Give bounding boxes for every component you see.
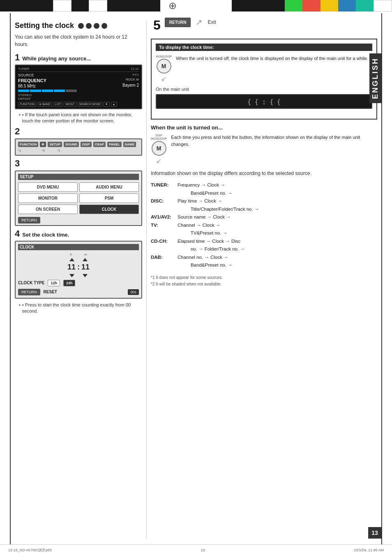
setup-dvd-menu[interactable]: DVD MENU (18, 182, 78, 192)
when-off-btn-area: MODE/DISP M ↙ (156, 55, 172, 83)
clock-00s-btn[interactable]: 00s (128, 289, 139, 295)
bar-seg-r5 (302, 0, 320, 12)
step5-header: 5 RETURN ↗ Exit (151, 17, 377, 33)
h-label: h (70, 253, 71, 256)
clock-reset-label: RESET (44, 290, 57, 294)
source-row-cdch: CD-CH: Elapsed time → Clock → Disc no. →… (151, 237, 377, 253)
step2-menu-bar: FUNCTION ⊕ SETUP SOUND DISP CRAP PANEL N… (18, 142, 139, 147)
step5-return-btn[interactable]: RETURN (165, 18, 191, 27)
setup-audio-menu[interactable]: AUDIO MENU (79, 182, 139, 192)
menu-name: NAME (123, 142, 136, 147)
clock-down-arrows (18, 274, 139, 277)
clock-bottom-row: CLOCK TYPE 12h 24h (18, 280, 139, 286)
clock-separator: : (77, 263, 80, 272)
footnotes: *1 It does not appear for some sources. … (151, 274, 377, 288)
clock-return-btn[interactable]: RETURN (18, 289, 40, 295)
bar-seg-9 (143, 0, 160, 12)
clock-type-label: CLOCK TYPE (18, 281, 44, 285)
bar-seg-r6 (321, 0, 338, 12)
page-number-box: 13 (368, 527, 381, 539)
setup-clock[interactable]: CLOCK (79, 205, 139, 214)
source-cdch-name: CD-CH: (151, 237, 178, 246)
tuner-btn-function: FUNCTION (18, 102, 36, 107)
source-tuner-detail: Frequency → Clock → Band&Preset no. → (178, 181, 377, 197)
dot-4 (101, 23, 107, 29)
bar-seg-4 (53, 0, 71, 12)
tuner-station: Bayern 2 (122, 83, 139, 88)
bar-seg-6 (89, 0, 107, 12)
disp-label: DISP (155, 134, 162, 137)
when-on-description: Each time you press and hold the button,… (171, 134, 377, 147)
main-content: Setting the clock You can also set the c… (11, 13, 381, 547)
when-off-text: When the unit is turned off, the clock t… (176, 56, 368, 61)
main-unit-display: { { : { { (156, 94, 372, 109)
step4-number: 4 (15, 229, 20, 238)
dot-1 (78, 23, 84, 29)
menu-crap: CRAP (93, 142, 106, 147)
m-label: m (84, 253, 87, 256)
source-cdch-detail: Elapsed time → Clock → Disc no. → Folder… (178, 237, 377, 253)
setup-on-screen[interactable]: ON SCREEN (18, 205, 78, 214)
clock-note-text: • Press to start the clock time counting… (22, 302, 142, 315)
hour-down-arrow-icon (69, 274, 74, 277)
minute-up-btn[interactable] (83, 258, 88, 261)
anno-star2: *2 (42, 149, 45, 152)
mode-button-off[interactable]: M (157, 59, 171, 74)
display-clock-box: To display the clock time: MODE/DISP M ↙… (151, 39, 377, 120)
clock-minute: 11 (81, 263, 90, 272)
clock-hm-labels: h m (18, 253, 139, 256)
dot-2 (86, 23, 92, 29)
unit-display-chars: { { : { { (247, 97, 281, 106)
left-column: Setting the clock You can also set the c… (15, 21, 142, 539)
menu-sound: SOUND (64, 142, 79, 147)
step4-label: 4 Set the clock time. (15, 229, 142, 238)
setup-return-btn[interactable]: RETURN (18, 217, 40, 223)
bottom-left: 12-15_KD-AV7001[E]f.p65 (8, 548, 52, 552)
step2-annotations: *1 *2 *1 (18, 149, 139, 152)
tuner-pty-value: ROCK M (126, 78, 139, 81)
clock-note: • Press to start the clock time counting… (19, 302, 142, 315)
step5-exit-label: Exit (208, 19, 216, 25)
source-row-tv: TV: Channel → Clock → TV&Preset no. → (151, 221, 377, 237)
clock-24h-btn[interactable]: 24h (63, 280, 76, 286)
source-list: TUNER: Frequency → Clock → Band&Preset n… (151, 181, 377, 269)
source-tuner-name: TUNER: (151, 181, 178, 189)
source-av-name: AV1/AV2: (151, 213, 178, 221)
clock-reset-row: RETURN RESET 00s (18, 289, 139, 295)
setup-psm[interactable]: PSM (79, 193, 139, 203)
tuner-screen-top: TUNER 11:11 (18, 67, 139, 72)
bottom-bar: 12-15_KD-AV7001[E]f.p65 13 10/1/04, 11:4… (0, 544, 392, 555)
step3-label: 3 (15, 159, 142, 168)
step2-label: 2 (15, 127, 142, 136)
tuner-freq-value: 88.5 MHz (18, 84, 77, 88)
setup-monitor[interactable]: MONITOR (18, 193, 78, 203)
mode-disp-label: MODE/DISP (156, 55, 172, 58)
bar-2 (30, 90, 41, 92)
top-bar-right (232, 0, 392, 12)
clock-12h-btn[interactable]: 12h (48, 280, 60, 286)
minute-down-btn[interactable] (83, 274, 88, 277)
tuner-pty-label: PTY (132, 73, 139, 77)
clock-title: CLOCK (18, 244, 139, 250)
clock-time-display: 11 : 11 (18, 263, 139, 272)
tuner-screen-mockup: TUNER 11:11 SOURCE FREQUENCY 88.5 MHz (15, 64, 142, 109)
tuner-title: TUNER (18, 67, 30, 71)
top-bar-center: ⊕ (160, 0, 185, 12)
minute-down-arrow-icon (83, 274, 88, 277)
setup-title: SETUP (18, 174, 139, 180)
menu-function: FUNCTION (18, 142, 38, 147)
hour-up-btn[interactable] (69, 258, 74, 261)
step2-number: 2 (15, 127, 20, 136)
hour-down-btn[interactable] (69, 274, 74, 277)
intro-text: You can also set the clock system to 24 … (15, 33, 142, 48)
menu-setup: SETUP (48, 142, 62, 147)
source-row-tuner: TUNER: Frequency → Clock → Band&Preset n… (151, 181, 377, 197)
char-4: { (277, 98, 281, 106)
bar-seg-r1 (232, 0, 249, 12)
clock-hour: 11 (67, 263, 76, 272)
char-3: { (270, 98, 274, 106)
source-disc-name: DISC: (151, 197, 178, 205)
hour-up-arrow-icon (69, 258, 74, 261)
when-off-description: When the unit is turned off, the clock t… (176, 55, 368, 62)
mode-button-on[interactable]: M (152, 141, 166, 156)
